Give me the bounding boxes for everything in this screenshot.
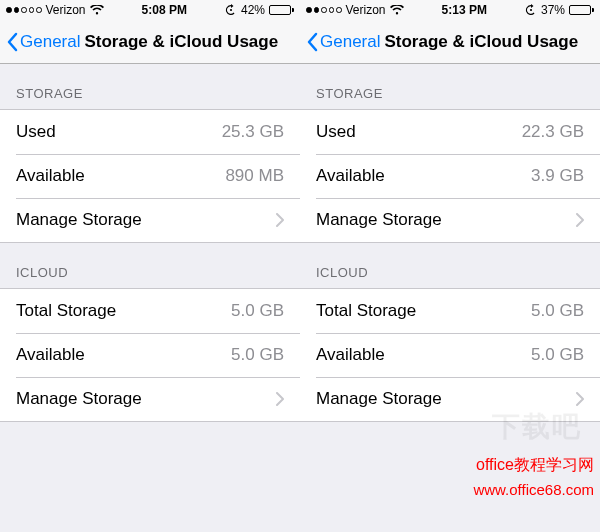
status-left: Verizon: [306, 3, 404, 17]
icloud-table: Total Storage 5.0 GB Available 5.0 GB Ma…: [300, 288, 600, 422]
icloud-table: Total Storage 5.0 GB Available 5.0 GB Ma…: [0, 288, 300, 422]
watermark-faint: 下载吧: [492, 408, 582, 446]
status-left: Verizon: [6, 3, 104, 17]
icloud-available-row: Available 5.0 GB: [300, 333, 600, 377]
signal-dots-icon: [306, 7, 342, 13]
wifi-icon: [90, 5, 104, 15]
back-label: General: [320, 32, 380, 52]
icloud-total-label: Total Storage: [316, 301, 531, 321]
storage-used-value: 25.3 GB: [222, 122, 284, 142]
storage-section-header: STORAGE: [0, 64, 300, 109]
icloud-available-label: Available: [316, 345, 531, 365]
battery-icon: [569, 5, 594, 15]
storage-used-label: Used: [316, 122, 522, 142]
storage-used-value: 22.3 GB: [522, 122, 584, 142]
icloud-section-header: ICLOUD: [300, 243, 600, 288]
back-button[interactable]: General: [6, 32, 80, 52]
battery-pct: 37%: [541, 3, 565, 17]
manage-storage-row[interactable]: Manage Storage: [300, 198, 600, 242]
signal-dots-icon: [6, 7, 42, 13]
chevron-left-icon: [6, 32, 18, 52]
storage-used-row: Used 22.3 GB: [300, 110, 600, 154]
chevron-left-icon: [306, 32, 318, 52]
manage-storage-row[interactable]: Manage Storage: [0, 198, 300, 242]
wifi-icon: [390, 5, 404, 15]
storage-section-header: STORAGE: [300, 64, 600, 109]
back-button[interactable]: General: [306, 32, 380, 52]
manage-icloud-row[interactable]: Manage Storage: [0, 377, 300, 421]
storage-available-row: Available 890 MB: [0, 154, 300, 198]
status-right: 37%: [525, 3, 594, 17]
icloud-available-row: Available 5.0 GB: [0, 333, 300, 377]
storage-used-label: Used: [16, 122, 222, 142]
storage-available-value: 890 MB: [225, 166, 284, 186]
icloud-available-label: Available: [16, 345, 231, 365]
orientation-lock-icon: [225, 4, 237, 16]
storage-table: Used 25.3 GB Available 890 MB Manage Sto…: [0, 109, 300, 243]
icloud-available-value: 5.0 GB: [231, 345, 284, 365]
chevron-right-icon: [576, 392, 584, 406]
orientation-lock-icon: [525, 4, 537, 16]
carrier-label: Verizon: [346, 3, 386, 17]
icloud-total-value: 5.0 GB: [531, 301, 584, 321]
nav-bar: General Storage & iCloud Usage: [0, 20, 300, 64]
icloud-section-header: ICLOUD: [0, 243, 300, 288]
manage-storage-label: Manage Storage: [316, 210, 568, 230]
manage-icloud-label: Manage Storage: [16, 389, 268, 409]
status-time: 5:13 PM: [404, 3, 525, 17]
watermark-line1: office教程学习网: [476, 455, 594, 476]
manage-icloud-label: Manage Storage: [316, 389, 568, 409]
storage-available-value: 3.9 GB: [531, 166, 584, 186]
status-bar: Verizon 5:08 PM 42%: [0, 0, 300, 20]
storage-available-label: Available: [16, 166, 225, 186]
battery-icon: [269, 5, 294, 15]
nav-bar: General Storage & iCloud Usage: [300, 20, 600, 64]
manage-storage-label: Manage Storage: [16, 210, 268, 230]
icloud-available-value: 5.0 GB: [531, 345, 584, 365]
chevron-right-icon: [276, 392, 284, 406]
icloud-total-label: Total Storage: [16, 301, 231, 321]
carrier-label: Verizon: [46, 3, 86, 17]
back-label: General: [20, 32, 80, 52]
storage-used-row: Used 25.3 GB: [0, 110, 300, 154]
chevron-right-icon: [576, 213, 584, 227]
status-right: 42%: [225, 3, 294, 17]
icloud-total-row: Total Storage 5.0 GB: [0, 289, 300, 333]
status-bar: Verizon 5:13 PM 37%: [300, 0, 600, 20]
screen-right: Verizon 5:13 PM 37% General Storage & iC…: [300, 0, 600, 532]
status-time: 5:08 PM: [104, 3, 225, 17]
storage-available-label: Available: [316, 166, 531, 186]
screen-left: Verizon 5:08 PM 42% General Storage & iC…: [0, 0, 300, 532]
nav-title: Storage & iCloud Usage: [84, 32, 278, 52]
storage-table: Used 22.3 GB Available 3.9 GB Manage Sto…: [300, 109, 600, 243]
svg-point-1: [530, 9, 532, 11]
battery-pct: 42%: [241, 3, 265, 17]
storage-available-row: Available 3.9 GB: [300, 154, 600, 198]
icloud-total-row: Total Storage 5.0 GB: [300, 289, 600, 333]
chevron-right-icon: [276, 213, 284, 227]
svg-point-0: [230, 9, 232, 11]
watermark-line2: www.office68.com: [473, 481, 594, 498]
icloud-total-value: 5.0 GB: [231, 301, 284, 321]
nav-title: Storage & iCloud Usage: [384, 32, 578, 52]
